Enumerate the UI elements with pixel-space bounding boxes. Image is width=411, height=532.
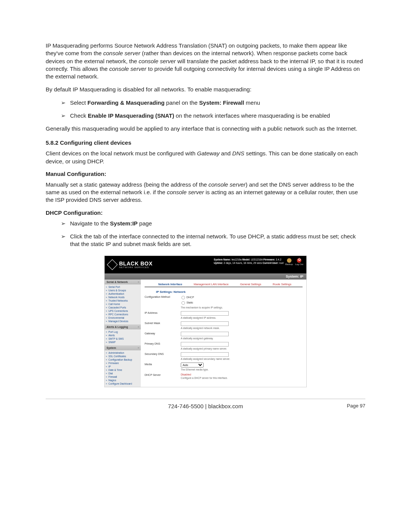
desc-mask: A statically assigned network mask. bbox=[181, 327, 303, 329]
tab-management-lan[interactable]: Management LAN Interface bbox=[194, 283, 229, 286]
section-title: IP Settings: Network bbox=[156, 290, 303, 294]
label-secondary-dns: Secondary DNS bbox=[145, 352, 181, 355]
logout-button[interactable]: Log Out bbox=[295, 258, 303, 265]
tab-network-interface[interactable]: Network Interface bbox=[158, 283, 182, 286]
header-icons: Backup Log Out bbox=[285, 258, 303, 265]
heading-582: 5.8.2 Configuring client devices bbox=[46, 139, 365, 146]
input-primary-dns[interactable] bbox=[181, 342, 229, 347]
sidebar-item[interactable]: Authentication bbox=[105, 292, 141, 296]
sidebar-item[interactable]: Administration bbox=[105, 351, 141, 355]
sidebar-list-g1: Serial Port Users & Groups Authenticatio… bbox=[105, 284, 141, 324]
sidebar-item[interactable]: SMTP & SMS bbox=[105, 337, 141, 340]
label-subnet-mask: Subnet Mask bbox=[145, 321, 181, 324]
input-ip-address[interactable] bbox=[181, 311, 229, 316]
logo-diamond-icon bbox=[107, 259, 118, 270]
desc-gateway: A statically assigned gateway. bbox=[181, 337, 303, 340]
page-footer: 724-746-5500 | blackbox.com Page 97 bbox=[46, 399, 365, 408]
sidebar-item[interactable]: Network Hosts bbox=[105, 296, 141, 299]
paragraph-default-disabled: By default IP Masquerading is disabled f… bbox=[46, 86, 365, 93]
label-config-method: Configuration Method bbox=[145, 295, 181, 298]
sidebar-item[interactable]: SNMP bbox=[105, 340, 141, 344]
step-check-enable: Check Enable IP Masquerading (SNAT) on t… bbox=[61, 112, 365, 120]
footer-page-number: Page 97 bbox=[347, 403, 365, 409]
desc-ip: A statically assigned IP address. bbox=[181, 316, 303, 319]
radio-dhcp[interactable] bbox=[182, 296, 185, 299]
sidebar-item[interactable]: Dial bbox=[105, 372, 141, 375]
sidebar-list-g2: Port Log Alerts SMTP & SMS SNMP bbox=[105, 329, 141, 345]
desc-pdns: A statically assigned primary name serve… bbox=[181, 347, 303, 350]
footer-contact: 724-746-5500 | blackbox.com bbox=[168, 403, 243, 409]
sidebar-item[interactable]: Port Log bbox=[105, 330, 141, 334]
main-panel: Network Interface Management LAN Interfa… bbox=[141, 280, 306, 387]
sidebar-item[interactable]: Alerts bbox=[105, 334, 141, 337]
label-ip-address: IP Address bbox=[145, 311, 181, 314]
sidebar-item[interactable]: Configuration Backup bbox=[105, 358, 141, 361]
heading-manual-config: Manual Configuration: bbox=[46, 171, 365, 177]
sidebar-item[interactable]: RPC Connections bbox=[105, 313, 141, 316]
tabs-row: Network Interface Management LAN Interfa… bbox=[145, 282, 303, 287]
select-media[interactable]: Auto bbox=[181, 363, 204, 367]
input-secondary-dns[interactable] bbox=[181, 352, 229, 357]
sidebar-item[interactable]: Firmware bbox=[105, 361, 141, 365]
step-navigate: Navigate to the System:IP page bbox=[61, 220, 365, 227]
sidebar-item[interactable]: Serial Port bbox=[105, 285, 141, 289]
step-select-panel: Select Forwarding & Masquerading panel o… bbox=[61, 99, 365, 107]
gear-icon bbox=[287, 258, 292, 263]
power-icon bbox=[297, 258, 301, 263]
paragraph-ip-masq: IP Masquerading performs Source Network … bbox=[46, 42, 365, 80]
logo-block: BLACK BOX NETWORK SERVICES bbox=[119, 261, 153, 268]
sidebar-group-system[interactable]: System bbox=[105, 345, 141, 350]
desc-dhcpsrv: Configure a DHCP server for this interfa… bbox=[181, 377, 303, 379]
sidebar-group-serial-network[interactable]: Serial & Network bbox=[105, 280, 141, 284]
label-gateway: Gateway bbox=[145, 332, 181, 335]
sidebar-item[interactable]: Configure Dashboard bbox=[105, 382, 141, 385]
logo-subtext: NETWORK SERVICES bbox=[119, 266, 153, 268]
sidebar-item[interactable]: Nagios bbox=[105, 379, 141, 382]
breadcrumb: System: IP bbox=[105, 273, 306, 280]
desc-config-method: The mechanism to acquire IP settings. bbox=[181, 306, 303, 309]
sidebar-item[interactable]: Users & Groups bbox=[105, 289, 141, 292]
logo-text: BLACK BOX bbox=[119, 261, 153, 266]
sidebar-item[interactable]: Environmental bbox=[105, 316, 141, 320]
paragraph-generally: Generally this masquerading would be app… bbox=[46, 125, 365, 133]
radio-static[interactable] bbox=[182, 301, 185, 305]
tab-general-settings[interactable]: General Settings bbox=[240, 283, 261, 286]
dhcp-steps-list: Navigate to the System:IP page Click the… bbox=[46, 220, 365, 248]
screenshot-header: BLACK BOX NETWORK SERVICES System Name: … bbox=[105, 256, 306, 273]
input-subnet-mask[interactable] bbox=[181, 321, 229, 326]
tab-route-settings[interactable]: Route Settings bbox=[273, 283, 292, 286]
sidebar-group-alerts-logging[interactable]: Alerts & Logging bbox=[105, 324, 141, 329]
screenshot-system-ip: BLACK BOX NETWORK SERVICES System Name: … bbox=[104, 256, 307, 387]
step-click-tab: Click the tab of the interface connected… bbox=[61, 233, 365, 248]
link-dhcp-disabled[interactable]: Disabled bbox=[181, 373, 191, 376]
system-info: System Name: les1216a Model: LES1216A Fi… bbox=[214, 258, 284, 265]
heading-dhcp-config: DHCP Configuration: bbox=[46, 209, 365, 216]
input-gateway[interactable] bbox=[181, 332, 229, 336]
sidebar-item[interactable]: Firewall bbox=[105, 375, 141, 379]
sidebar-item[interactable]: Cascaded Ports bbox=[105, 306, 141, 309]
backup-button[interactable]: Backup bbox=[285, 258, 293, 265]
desc-sdns: A statically assigned secondary name ser… bbox=[181, 358, 303, 360]
sidebar-item[interactable]: Trusted Networks bbox=[105, 299, 141, 302]
sidebar-item[interactable]: Date & Time bbox=[105, 368, 141, 372]
sidebar-item[interactable]: UPS Connections bbox=[105, 309, 141, 313]
desc-media: The Ethernet media type. bbox=[181, 368, 303, 371]
label-media: Media bbox=[145, 363, 181, 366]
sidebar-item[interactable]: SSL Certificates bbox=[105, 355, 141, 358]
sidebar-item[interactable]: IP bbox=[105, 365, 141, 368]
paragraph-client-devices: Client devices on the local network must… bbox=[46, 150, 365, 165]
sidebar-list-g3: Administration SSL Certificates Configur… bbox=[105, 350, 141, 387]
enable-steps-list: Select Forwarding & Masquerading panel o… bbox=[46, 99, 365, 120]
label-primary-dns: Primary DNS bbox=[145, 342, 181, 345]
sidebar: Serial & Network Serial Port Users & Gro… bbox=[105, 280, 141, 387]
label-dhcp-server: DHCP Server bbox=[145, 373, 181, 376]
sidebar-item[interactable]: Call Home bbox=[105, 302, 141, 306]
paragraph-manual: Manually set a static gateway address (b… bbox=[46, 181, 365, 204]
sidebar-item[interactable]: Managed Devices bbox=[105, 320, 141, 323]
